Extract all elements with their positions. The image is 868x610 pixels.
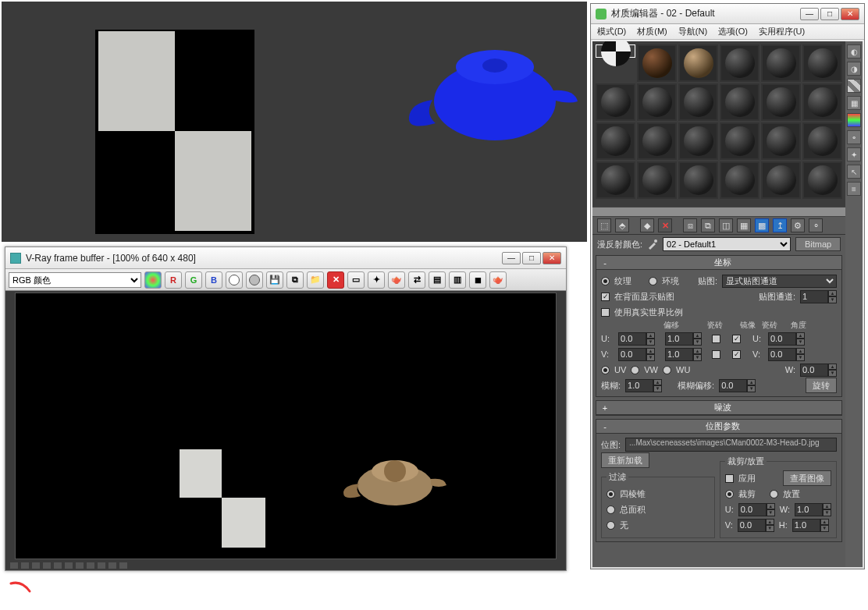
menu-material[interactable]: 材质(M): [637, 26, 667, 37]
backlight-icon[interactable]: ◑: [847, 62, 861, 76]
radio-place[interactable]: [770, 490, 778, 498]
reload-button[interactable]: 重新加载: [601, 452, 649, 468]
material-slot-13[interactable]: [596, 122, 635, 160]
close-button[interactable]: ✕: [841, 8, 859, 20]
radio-summed[interactable]: [607, 505, 615, 514]
sample-type-icon[interactable]: ◐: [847, 44, 861, 59]
channel-select[interactable]: RGB 颜色: [9, 272, 141, 288]
mapping-select[interactable]: 显式贴图通道: [722, 275, 837, 288]
crop-w[interactable]: ▲▼: [795, 503, 831, 516]
menu-nav[interactable]: 导航(N): [678, 26, 707, 37]
maximize-button[interactable]: □: [820, 8, 839, 20]
sample-uv-icon[interactable]: ▦: [847, 96, 861, 110]
folder-icon[interactable]: 📁: [307, 271, 324, 289]
background-icon[interactable]: [847, 79, 861, 93]
view-image-button[interactable]: 查看图像: [783, 470, 831, 486]
chk-realworld[interactable]: [601, 308, 610, 317]
u-tile-chk[interactable]: [732, 335, 741, 343]
material-slot-18[interactable]: [802, 122, 842, 160]
select-by-mat-icon[interactable]: ↖: [847, 165, 861, 179]
make-preview-icon[interactable]: ⚬: [847, 130, 861, 144]
v-tile[interactable]: ▲▼: [665, 348, 709, 361]
palette-icon[interactable]: [144, 271, 162, 289]
v-tile-chk[interactable]: [732, 350, 741, 359]
matlist-icon[interactable]: ≡: [847, 182, 861, 196]
clear-icon[interactable]: ✕: [327, 271, 344, 289]
red-channel-button[interactable]: R: [165, 271, 182, 289]
viewport[interactable]: [2, 2, 587, 242]
u-offset[interactable]: ▲▼: [618, 332, 662, 346]
go-forward-icon[interactable]: ⚙: [791, 218, 805, 232]
track-icon[interactable]: 🫖: [388, 271, 405, 289]
rollup-noise-header[interactable]: +噪波: [596, 401, 841, 415]
material-slot-12[interactable]: [802, 83, 842, 121]
material-slot-5[interactable]: [761, 44, 801, 82]
save-icon[interactable]: 💾: [266, 271, 283, 289]
chk-show-back[interactable]: [601, 293, 610, 301]
make-unique-icon[interactable]: ⧇: [683, 218, 697, 232]
material-slot-19[interactable]: [596, 161, 635, 199]
v-mirror[interactable]: [712, 350, 720, 359]
vfb-titlebar[interactable]: V-Ray frame buffer - [100% of 640 x 480]…: [5, 247, 566, 269]
stop-icon[interactable]: ⏹: [469, 271, 486, 289]
panel-b-icon[interactable]: ▥: [449, 271, 466, 289]
options-icon[interactable]: ✦: [847, 147, 861, 161]
link-icon[interactable]: ⇄: [408, 271, 425, 289]
radio-none[interactable]: [607, 521, 615, 530]
chk-apply[interactable]: [725, 474, 734, 483]
video-check-icon[interactable]: [847, 113, 861, 127]
material-slot-22[interactable]: [720, 161, 760, 199]
radio-uv[interactable]: [601, 366, 610, 374]
material-slot-23[interactable]: [761, 161, 801, 199]
radio-vw[interactable]: [631, 366, 639, 374]
u-tile[interactable]: ▲▼: [665, 332, 709, 346]
blue-channel-button[interactable]: B: [205, 271, 222, 289]
material-slot-6[interactable]: [802, 44, 842, 82]
copy-icon[interactable]: ⧉: [286, 271, 304, 289]
material-slot-2[interactable]: [637, 44, 677, 82]
get-material-icon[interactable]: ⬚: [597, 218, 611, 232]
material-slot-1[interactable]: [596, 44, 635, 58]
material-slot-14[interactable]: [637, 122, 677, 160]
radio-wu[interactable]: [663, 366, 671, 374]
material-slot-15[interactable]: [678, 122, 718, 160]
material-slot-21[interactable]: [678, 161, 718, 199]
material-slot-20[interactable]: [637, 161, 677, 199]
radio-texture[interactable]: [601, 277, 610, 285]
material-slot-11[interactable]: [761, 83, 801, 121]
mono-white-button[interactable]: [226, 271, 243, 289]
region-icon[interactable]: ✦: [368, 271, 385, 289]
rollup-bitmap-header[interactable]: -位图参数: [596, 420, 841, 434]
material-slot-7[interactable]: [596, 83, 635, 121]
crop-h[interactable]: ▲▼: [792, 519, 829, 532]
radio-env[interactable]: [649, 277, 657, 285]
mono-grey-button[interactable]: [246, 271, 263, 289]
put-material-icon[interactable]: ⬘: [615, 218, 629, 232]
render-icon[interactable]: 🫖: [489, 271, 507, 289]
minimize-button[interactable]: —: [800, 8, 819, 20]
vfb-render-canvas[interactable]: [15, 293, 557, 559]
u-angle[interactable]: ▲▼: [768, 332, 812, 346]
bluroff-spinner[interactable]: ▲▼: [719, 379, 756, 392]
v-angle[interactable]: ▲▼: [768, 348, 812, 361]
material-name-select[interactable]: 02 - Default1: [663, 237, 791, 251]
clone-icon[interactable]: ▭: [347, 271, 365, 289]
material-slot-16[interactable]: [720, 122, 760, 160]
material-slot-4[interactable]: [720, 44, 760, 82]
panel-a-icon[interactable]: ▤: [429, 271, 446, 289]
minimize-button[interactable]: —: [502, 252, 521, 264]
show-end-icon[interactable]: ▩: [755, 218, 769, 232]
material-slot-3[interactable]: [678, 44, 718, 82]
menu-util[interactable]: 实用程序(U): [759, 26, 805, 37]
put-lib-icon[interactable]: ⧉: [701, 218, 715, 232]
green-channel-button[interactable]: G: [185, 271, 202, 289]
crop-u[interactable]: ▲▼: [738, 503, 775, 516]
rotate-button[interactable]: 旋转: [806, 378, 837, 393]
eyedropper-icon[interactable]: [647, 239, 658, 250]
map-channel-spinner[interactable]: ▲▼: [800, 290, 837, 303]
mat-titlebar[interactable]: 材质编辑器 - 02 - Default — □ ✕: [591, 4, 864, 24]
w-angle[interactable]: ▲▼: [800, 364, 837, 377]
delete-icon[interactable]: ✕: [658, 218, 672, 232]
slot-scrollbar[interactable]: [592, 207, 845, 216]
assign-icon[interactable]: ◆: [640, 218, 654, 232]
